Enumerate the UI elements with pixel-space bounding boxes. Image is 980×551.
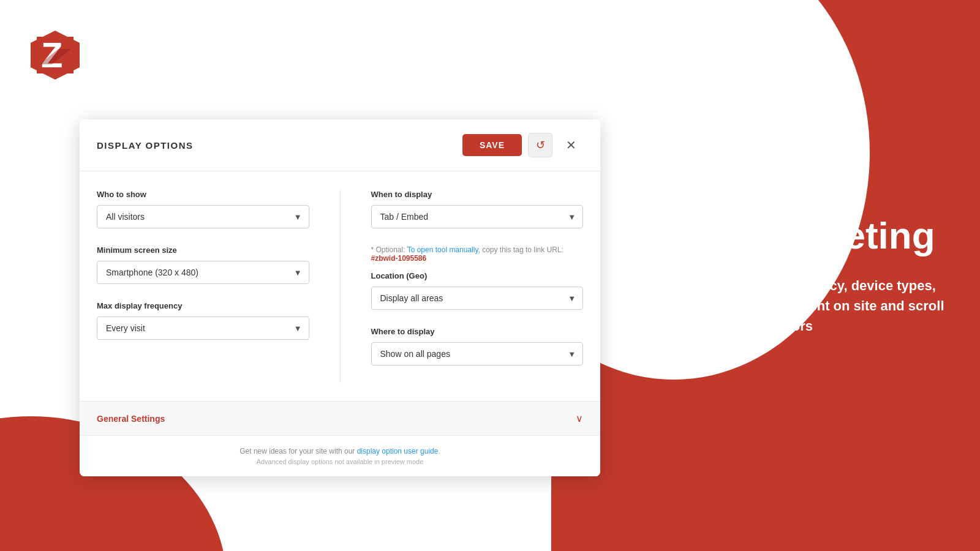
app-logo: Z (28, 28, 83, 83)
max-display-frequency-wrapper: Every visit Once per day Once per week O… (97, 317, 309, 340)
who-to-show-label: Who to show (97, 190, 309, 199)
modal-title: DISPLAY OPTIONS (97, 140, 194, 151)
close-icon: ✕ (566, 138, 576, 152)
display-options-modal: DISPLAY OPTIONS SAVE ↺ ✕ Who to show All… (80, 119, 600, 476)
footer-text-before: Get new ideas for your site with our (239, 447, 356, 455)
min-screen-size-select[interactable]: Smartphone (320 x 480) Tablet (768 x 102… (97, 261, 309, 284)
left-column: Who to show All visitors New visitors Re… (97, 190, 309, 383)
when-to-display-wrapper: Tab / Embed On load On scroll On exit in… (371, 205, 584, 228)
min-screen-size-wrapper: Smartphone (320 x 480) Tablet (768 x 102… (97, 261, 309, 284)
open-tool-link[interactable]: To open tool manually, (407, 246, 480, 254)
general-settings-label: General Settings (97, 414, 165, 424)
location-geo-wrapper: Display all areas Specific country Speci… (371, 287, 584, 310)
save-button[interactable]: SAVE (462, 134, 522, 156)
where-to-display-select[interactable]: Show on all pages Specific pages URL con… (371, 342, 584, 365)
max-display-frequency-label: Max display frequency (97, 301, 309, 310)
who-to-show-select[interactable]: All visitors New visitors Returning visi… (97, 205, 309, 228)
location-geo-select[interactable]: Display all areas Specific country Speci… (371, 287, 584, 310)
refresh-icon: ↺ (536, 138, 545, 152)
footer-text-after: . (438, 447, 440, 455)
panel-subtitle: Based on location, visit frequency, devi… (606, 276, 956, 336)
panel-title: Precise targeting (627, 215, 935, 257)
where-to-display-label: Where to display (371, 327, 584, 336)
modal-footer: Get new ideas for your site with our dis… (80, 435, 600, 476)
general-settings-accordion[interactable]: General Settings ∨ (80, 401, 600, 435)
max-display-frequency-group: Max display frequency Every visit Once p… (97, 301, 309, 340)
who-to-show-wrapper: All visitors New visitors Returning visi… (97, 205, 309, 228)
location-geo-label: Location (Geo) (371, 271, 584, 280)
location-geo-group: Location (Geo) Display all areas Specifi… (371, 271, 584, 310)
where-to-display-wrapper: Show on all pages Specific pages URL con… (371, 342, 584, 365)
when-to-display-select[interactable]: Tab / Embed On load On scroll On exit in… (371, 205, 584, 228)
min-screen-size-group: Minimum screen size Smartphone (320 x 48… (97, 246, 309, 284)
hint-copy-text: copy this tag to link URL: (480, 246, 564, 254)
who-to-show-group: Who to show All visitors New visitors Re… (97, 190, 309, 228)
tag-link: #zbwid-1095586 (371, 254, 427, 263)
when-to-display-group: When to display Tab / Embed On load On s… (371, 190, 584, 228)
right-column: When to display Tab / Embed On load On s… (371, 190, 584, 383)
max-display-frequency-select[interactable]: Every visit Once per day Once per week O… (97, 317, 309, 340)
min-screen-size-label: Minimum screen size (97, 246, 309, 255)
modal-body: Who to show All visitors New visitors Re… (80, 171, 600, 401)
close-button[interactable]: ✕ (559, 133, 583, 157)
column-divider (340, 190, 341, 383)
where-to-display-group: Where to display Show on all pages Speci… (371, 327, 584, 365)
right-panel: Precise targeting Based on location, vis… (582, 0, 980, 551)
accordion-chevron-icon: ∨ (576, 413, 583, 424)
modal-actions: SAVE ↺ ✕ (462, 133, 583, 157)
refresh-button[interactable]: ↺ (528, 133, 552, 157)
footer-note: Advanced display options not available i… (97, 458, 583, 465)
modal-header: DISPLAY OPTIONS SAVE ↺ ✕ (80, 119, 600, 171)
optional-hint: * Optional: To open tool manually, copy … (371, 246, 584, 263)
user-guide-link[interactable]: display option user guide (357, 447, 439, 455)
footer-text: Get new ideas for your site with our dis… (97, 447, 583, 455)
when-to-display-label: When to display (371, 190, 584, 199)
hint-optional-text: * Optional: (371, 246, 407, 254)
